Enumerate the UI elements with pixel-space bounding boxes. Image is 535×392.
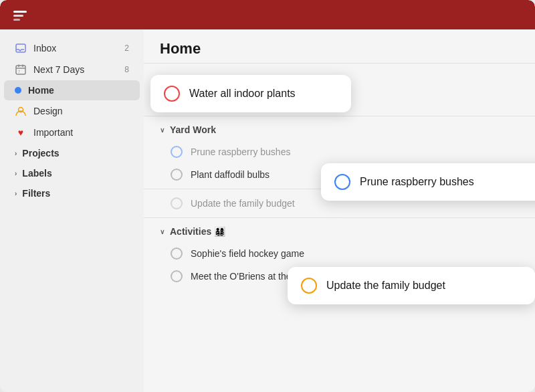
divider-1 [144, 116, 535, 116]
task-circle-hockey[interactable] [171, 248, 183, 260]
task-circle-prune[interactable] [171, 146, 183, 158]
yardwork-section-label: Yard Work [170, 124, 216, 135]
projects-chevron-icon: › [15, 150, 17, 157]
inbox-badge: 2 [124, 43, 129, 53]
page-title: Home [160, 40, 201, 57]
main-layout: Inbox 2 7 Next 7 Days 8 H [0, 29, 535, 392]
filters-chevron-icon: › [15, 190, 17, 197]
next7days-badge: 8 [124, 65, 129, 74]
task-budget-text: Update the family budget [191, 198, 295, 209]
yardwork-chevron-icon: ∨ [160, 126, 165, 134]
yardwork-section-header[interactable]: ∨ Yard Work [144, 119, 535, 140]
sidebar-section-projects[interactable]: › Projects [4, 143, 140, 163]
inbox-icon [15, 42, 27, 54]
important-label: Important [33, 127, 73, 138]
sidebar-item-important[interactable]: ♥ Important [4, 122, 140, 143]
calendar-icon: 7 [15, 64, 27, 76]
app-container: Inbox 2 7 Next 7 Days 8 H [0, 0, 535, 392]
inbox-label: Inbox [33, 43, 56, 54]
design-person-icon [15, 105, 27, 117]
task-circle-budget[interactable] [171, 197, 183, 209]
top-bar [0, 0, 535, 29]
task-field-hockey[interactable]: Sophie's field hockey game [144, 242, 535, 265]
home-label: Home [28, 85, 54, 96]
content-area: Home ∨ Upcoming 3 Water all indoor plant… [144, 29, 535, 392]
activities-section-label: Activities 👨‍👩‍👧‍👦 [170, 226, 225, 237]
svg-text:7: 7 [18, 70, 20, 74]
next7days-label: Next 7 Days [33, 64, 84, 75]
sidebar-item-next7days[interactable]: 7 Next 7 Days 8 [4, 59, 140, 80]
divider-3 [144, 217, 535, 218]
activities-chevron-icon: ∨ [160, 228, 165, 235]
labels-label: Labels [22, 168, 51, 179]
task-prune-raspberry[interactable]: Prune raspberry bushes [144, 140, 535, 163]
task-circle-aquarium[interactable] [171, 270, 183, 282]
card-circle-budget [301, 278, 317, 294]
card-circle-prune [334, 174, 350, 190]
floating-card-prune[interactable]: Prune raspberry bushes [321, 163, 535, 201]
svg-rect-0 [13, 11, 27, 13]
home-dot-icon [15, 87, 21, 94]
sidebar-item-home[interactable]: Home [4, 80, 140, 100]
sidebar-item-inbox[interactable]: Inbox 2 [4, 37, 140, 59]
card-circle-water-plants [164, 86, 180, 102]
floating-card-water-plants[interactable]: Water all indoor plants [150, 75, 351, 112]
sidebar-item-design[interactable]: Design [4, 100, 140, 122]
svg-rect-3 [16, 44, 25, 52]
important-heart-icon: ♥ [15, 126, 27, 138]
activities-section-header[interactable]: ∨ Activities 👨‍👩‍👧‍👦 [144, 221, 535, 242]
projects-label: Projects [22, 148, 59, 159]
app-logo-icon [11, 5, 29, 24]
floating-card-budget[interactable]: Update the family budget [288, 267, 535, 304]
sidebar-section-labels[interactable]: › Labels [4, 163, 140, 183]
sidebar-section-filters[interactable]: › Filters [4, 183, 140, 203]
labels-chevron-icon: › [15, 170, 17, 177]
design-label: Design [33, 106, 63, 116]
card-prune-text: Prune raspberry bushes [360, 176, 474, 188]
card-budget-text: Update the family budget [326, 280, 445, 292]
filters-label: Filters [22, 188, 50, 199]
task-circle-daffodil[interactable] [171, 169, 183, 181]
svg-rect-2 [13, 19, 20, 21]
task-daffodil-text: Plant daffodil bulbs [191, 169, 270, 180]
sidebar: Inbox 2 7 Next 7 Days 8 H [0, 29, 144, 392]
task-hockey-text: Sophie's field hockey game [191, 248, 304, 259]
task-prune-text: Prune raspberry bushes [191, 146, 290, 157]
svg-rect-1 [13, 15, 23, 17]
content-header: Home [144, 29, 535, 64]
card-water-plants-text: Water all indoor plants [189, 88, 296, 100]
